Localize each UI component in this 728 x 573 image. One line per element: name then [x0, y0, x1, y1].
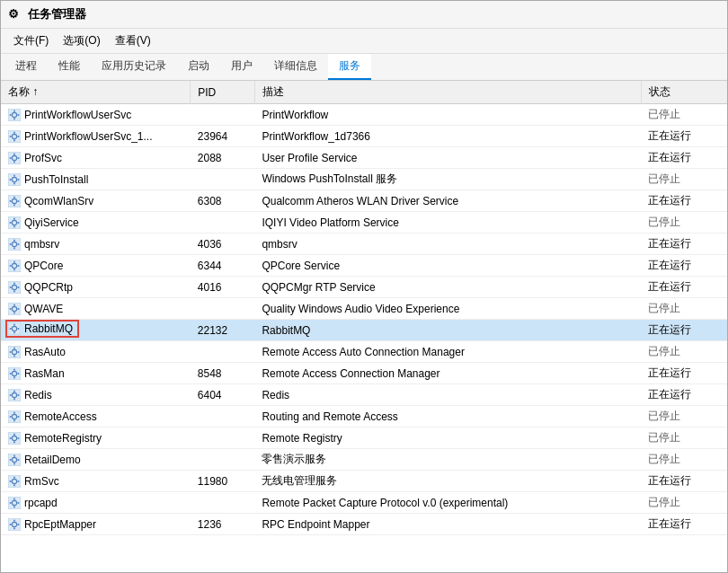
service-name: Redis — [24, 389, 52, 401]
table-row[interactable]: qmbsrv4036qmbsrv正在运行 — [1, 234, 727, 255]
cell-name: QcomWlanSrv — [1, 190, 191, 212]
col-header-desc[interactable]: 描述 — [254, 81, 641, 104]
service-name: RasMan — [24, 367, 65, 380]
svg-rect-52 — [10, 286, 12, 288]
service-name: QWAVE — [24, 303, 63, 315]
cell-pid: 11980 — [191, 471, 255, 492]
table-row[interactable]: RmSvc11980无线电管理服务正在运行 — [1, 471, 727, 492]
svg-rect-92 — [13, 433, 15, 435]
svg-rect-32 — [13, 217, 15, 219]
menu-view[interactable]: 查看(V) — [110, 31, 156, 51]
table-row[interactable]: RemoteRegistryRemote Registry已停止 — [1, 428, 727, 449]
col-header-name[interactable]: 名称 — [1, 81, 191, 104]
svg-rect-76 — [10, 373, 12, 375]
cell-status: 已停止 — [641, 406, 727, 428]
table-row[interactable]: PrintWorkflowUserSvcPrintWorkflow已停止 — [1, 104, 727, 126]
menu-options[interactable]: 选项(O) — [58, 31, 105, 51]
svg-rect-113 — [18, 502, 20, 504]
svg-rect-46 — [10, 265, 12, 267]
cell-name: rpcapd — [1, 492, 191, 514]
table-row[interactable]: QQPCRtp4016QQPCMgr RTP Service正在运行 — [1, 277, 727, 298]
table-row[interactable]: PrintWorkflowUserSvc_1...23964PrintWorkf… — [1, 126, 727, 147]
table-row[interactable]: QWAVEQuality Windows Audio Video Experie… — [1, 298, 727, 320]
service-icon — [8, 518, 21, 531]
table-row[interactable]: RetailDemo零售演示服务已停止 — [1, 449, 727, 471]
tab-process[interactable]: 进程 — [4, 54, 48, 80]
svg-rect-23 — [18, 179, 20, 181]
cell-desc: QQPCMgr RTP Service — [254, 277, 641, 298]
cell-desc: RabbitMQ — [254, 320, 641, 341]
svg-rect-117 — [13, 527, 15, 529]
cell-pid — [191, 104, 255, 126]
cell-name: QWAVE — [1, 298, 191, 320]
service-icon — [8, 497, 21, 509]
service-icon — [8, 109, 21, 121]
cell-desc: Routing and Remote Access — [254, 406, 641, 428]
svg-rect-119 — [18, 524, 20, 525]
service-name: PrintWorkflowUserSvc_1... — [24, 130, 152, 143]
table-row[interactable]: RasMan8548Remote Access Connection Manag… — [1, 363, 727, 384]
cell-name: RmSvc — [1, 471, 191, 492]
svg-rect-111 — [13, 506, 15, 507]
service-name: ProfSvc — [24, 152, 62, 164]
cell-pid: 4016 — [191, 277, 255, 298]
table-row[interactable]: ProfSvc2088User Profile Service正在运行 — [1, 147, 727, 169]
title-bar: ⚙ 任务管理器 — [1, 1, 727, 29]
service-name: RmSvc — [24, 475, 59, 488]
tab-app-history[interactable]: 应用历史记录 — [91, 54, 177, 80]
table-row[interactable]: RemoteAccessRouting and Remote Access已停止 — [1, 406, 727, 428]
cell-name: RemoteRegistry — [1, 428, 191, 449]
service-icon — [8, 281, 21, 294]
service-name: RabbitMQ — [24, 322, 73, 335]
cell-name: PrintWorkflowUserSvc_1... — [1, 126, 191, 147]
svg-rect-38 — [13, 239, 15, 241]
svg-rect-14 — [13, 153, 15, 154]
svg-rect-74 — [13, 368, 15, 370]
cell-desc: PrintWorkflow — [254, 104, 641, 126]
window-icon: ⚙ — [8, 7, 22, 22]
svg-rect-98 — [13, 454, 15, 456]
table-row[interactable]: QcomWlanSrv6308Qualcomm Atheros WLAN Dri… — [1, 190, 727, 212]
svg-rect-56 — [13, 304, 15, 305]
table-row[interactable]: QiyiServiceIQIYI Video Platform Service已… — [1, 212, 727, 234]
tab-details[interactable]: 详细信息 — [263, 54, 328, 80]
svg-rect-41 — [18, 243, 20, 245]
cell-pid: 6344 — [191, 255, 255, 277]
svg-rect-105 — [13, 484, 15, 486]
cell-status: 已停止 — [641, 492, 727, 514]
service-name: qmbsrv — [24, 238, 59, 251]
cell-name: ProfSvc — [1, 147, 191, 169]
table-row[interactable]: rpcapdRemote Packet Capture Protocol v.0… — [1, 492, 727, 514]
cell-pid — [191, 406, 255, 428]
cell-pid: 6404 — [191, 384, 255, 406]
svg-rect-4 — [10, 114, 12, 116]
cell-name: PrintWorkflowUserSvc — [1, 104, 191, 126]
svg-rect-94 — [10, 437, 12, 439]
col-header-status[interactable]: 状态 — [641, 81, 727, 104]
tab-performance[interactable]: 性能 — [48, 54, 91, 80]
table-row[interactable]: Redis6404Redis正在运行 — [1, 384, 727, 406]
table-row[interactable]: RpcEptMapper1236RPC Endpoint Mapper正在运行 — [1, 514, 727, 535]
tab-users[interactable]: 用户 — [220, 54, 263, 80]
table-row[interactable]: RabbitMQ22132RabbitMQ正在运行 — [1, 320, 727, 341]
cell-pid — [191, 212, 255, 234]
tab-startup[interactable]: 启动 — [177, 54, 220, 80]
table-row[interactable]: PushToInstallWindows PushToInstall 服务已停止 — [1, 169, 727, 190]
svg-rect-34 — [10, 222, 12, 224]
col-header-pid[interactable]: PID — [191, 81, 255, 104]
tab-services[interactable]: 服务 — [328, 54, 371, 80]
cell-pid: 2088 — [191, 147, 255, 169]
cell-status: 正在运行 — [641, 234, 727, 255]
table-row[interactable]: RasAutoRemote Access Auto Connection Man… — [1, 341, 727, 363]
menu-file[interactable]: 文件(F) — [8, 31, 54, 51]
cell-pid — [191, 341, 255, 363]
cell-status: 已停止 — [641, 428, 727, 449]
svg-rect-107 — [18, 480, 20, 482]
cell-pid — [191, 492, 255, 514]
cell-desc: IQIYI Video Platform Service — [254, 212, 641, 234]
cell-desc: Quality Windows Audio Video Experience — [254, 298, 641, 320]
table-row[interactable]: QPCore6344QPCore Service正在运行 — [1, 255, 727, 277]
svg-rect-33 — [13, 225, 15, 227]
cell-name: RemoteAccess — [1, 406, 191, 428]
menu-bar: 文件(F) 选项(O) 查看(V) — [1, 29, 727, 54]
